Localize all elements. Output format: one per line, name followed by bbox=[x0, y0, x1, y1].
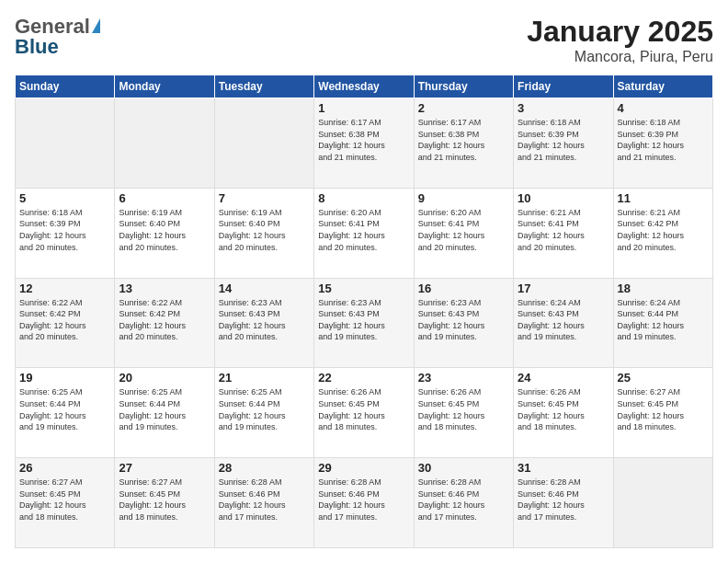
day-number: 13 bbox=[119, 282, 210, 295]
day-info: Sunrise: 6:28 AM Sunset: 6:46 PM Dayligh… bbox=[318, 477, 409, 523]
col-saturday: Saturday bbox=[613, 75, 712, 98]
day-number: 5 bbox=[19, 191, 110, 205]
day-number: 25 bbox=[618, 371, 709, 385]
table-row: 2Sunrise: 6:17 AM Sunset: 6:38 PM Daylig… bbox=[414, 98, 513, 189]
day-number: 30 bbox=[418, 461, 509, 475]
table-row: 29Sunrise: 6:28 AM Sunset: 6:46 PM Dayli… bbox=[314, 458, 414, 548]
calendar-week-row: 12Sunrise: 6:22 AM Sunset: 6:42 PM Dayli… bbox=[16, 278, 713, 368]
table-row: 23Sunrise: 6:26 AM Sunset: 6:45 PM Dayli… bbox=[414, 368, 513, 458]
day-number: 6 bbox=[119, 191, 210, 205]
day-info: Sunrise: 6:22 AM Sunset: 6:42 PM Dayligh… bbox=[19, 297, 110, 343]
day-number: 29 bbox=[318, 461, 409, 475]
table-row: 22Sunrise: 6:26 AM Sunset: 6:45 PM Dayli… bbox=[314, 368, 414, 458]
day-info: Sunrise: 6:23 AM Sunset: 6:43 PM Dayligh… bbox=[418, 297, 509, 343]
calendar-subtitle: Mancora, Piura, Peru bbox=[527, 49, 713, 65]
day-number: 23 bbox=[418, 371, 509, 385]
calendar-body: 1Sunrise: 6:17 AM Sunset: 6:38 PM Daylig… bbox=[16, 98, 713, 548]
day-number: 27 bbox=[119, 461, 210, 475]
day-info: Sunrise: 6:23 AM Sunset: 6:43 PM Dayligh… bbox=[219, 297, 310, 343]
table-row: 18Sunrise: 6:24 AM Sunset: 6:44 PM Dayli… bbox=[613, 278, 712, 368]
day-info: Sunrise: 6:24 AM Sunset: 6:44 PM Dayligh… bbox=[618, 297, 709, 343]
day-info: Sunrise: 6:18 AM Sunset: 6:39 PM Dayligh… bbox=[618, 117, 709, 163]
day-info: Sunrise: 6:25 AM Sunset: 6:44 PM Dayligh… bbox=[19, 386, 110, 432]
day-info: Sunrise: 6:25 AM Sunset: 6:44 PM Dayligh… bbox=[119, 386, 210, 432]
day-number: 15 bbox=[318, 282, 409, 295]
header: General Blue January 2025 Mancora, Piura… bbox=[15, 15, 713, 65]
title-block: January 2025 Mancora, Piura, Peru bbox=[527, 15, 713, 65]
day-number: 20 bbox=[119, 371, 210, 385]
day-number: 11 bbox=[618, 191, 709, 205]
calendar-week-row: 1Sunrise: 6:17 AM Sunset: 6:38 PM Daylig… bbox=[16, 98, 713, 189]
table-row: 17Sunrise: 6:24 AM Sunset: 6:43 PM Dayli… bbox=[514, 278, 613, 368]
day-number: 14 bbox=[219, 282, 310, 295]
table-row: 3Sunrise: 6:18 AM Sunset: 6:39 PM Daylig… bbox=[514, 98, 613, 189]
col-sunday: Sunday bbox=[16, 75, 115, 98]
table-row: 8Sunrise: 6:20 AM Sunset: 6:41 PM Daylig… bbox=[314, 188, 414, 278]
table-row: 19Sunrise: 6:25 AM Sunset: 6:44 PM Dayli… bbox=[16, 368, 115, 458]
table-row: 30Sunrise: 6:28 AM Sunset: 6:46 PM Dayli… bbox=[414, 458, 513, 548]
table-row: 26Sunrise: 6:27 AM Sunset: 6:45 PM Dayli… bbox=[16, 458, 115, 548]
table-row: 10Sunrise: 6:21 AM Sunset: 6:41 PM Dayli… bbox=[514, 188, 613, 278]
col-wednesday: Wednesday bbox=[314, 75, 414, 98]
table-row: 14Sunrise: 6:23 AM Sunset: 6:43 PM Dayli… bbox=[214, 278, 313, 368]
calendar-header-row: Sunday Monday Tuesday Wednesday Thursday… bbox=[16, 75, 713, 98]
calendar-title: January 2025 bbox=[527, 15, 713, 49]
day-info: Sunrise: 6:20 AM Sunset: 6:41 PM Dayligh… bbox=[418, 207, 509, 253]
calendar-week-row: 5Sunrise: 6:18 AM Sunset: 6:39 PM Daylig… bbox=[16, 188, 713, 278]
table-row: 4Sunrise: 6:18 AM Sunset: 6:39 PM Daylig… bbox=[613, 98, 712, 189]
table-row: 27Sunrise: 6:27 AM Sunset: 6:45 PM Dayli… bbox=[115, 458, 214, 548]
day-info: Sunrise: 6:18 AM Sunset: 6:39 PM Dayligh… bbox=[518, 117, 609, 163]
table-row: 6Sunrise: 6:19 AM Sunset: 6:40 PM Daylig… bbox=[115, 188, 214, 278]
day-number: 31 bbox=[518, 461, 609, 475]
day-info: Sunrise: 6:19 AM Sunset: 6:40 PM Dayligh… bbox=[119, 207, 210, 253]
table-row: 11Sunrise: 6:21 AM Sunset: 6:42 PM Dayli… bbox=[613, 188, 712, 278]
day-info: Sunrise: 6:20 AM Sunset: 6:41 PM Dayligh… bbox=[318, 207, 409, 253]
day-number: 18 bbox=[618, 282, 709, 295]
table-row: 16Sunrise: 6:23 AM Sunset: 6:43 PM Dayli… bbox=[414, 278, 513, 368]
day-info: Sunrise: 6:17 AM Sunset: 6:38 PM Dayligh… bbox=[418, 117, 509, 163]
day-info: Sunrise: 6:21 AM Sunset: 6:41 PM Dayligh… bbox=[518, 207, 609, 253]
table-row bbox=[214, 98, 313, 189]
logo-blue: Blue bbox=[15, 35, 59, 59]
day-number: 7 bbox=[219, 191, 310, 205]
table-row bbox=[16, 98, 115, 189]
col-tuesday: Tuesday bbox=[214, 75, 313, 98]
table-row bbox=[613, 458, 712, 548]
day-info: Sunrise: 6:26 AM Sunset: 6:45 PM Dayligh… bbox=[518, 386, 609, 432]
page: General Blue January 2025 Mancora, Piura… bbox=[0, 0, 728, 563]
day-number: 26 bbox=[19, 461, 110, 475]
day-number: 28 bbox=[219, 461, 310, 475]
day-number: 12 bbox=[19, 282, 110, 295]
day-info: Sunrise: 6:26 AM Sunset: 6:45 PM Dayligh… bbox=[318, 386, 409, 432]
table-row: 21Sunrise: 6:25 AM Sunset: 6:44 PM Dayli… bbox=[214, 368, 313, 458]
calendar-week-row: 19Sunrise: 6:25 AM Sunset: 6:44 PM Dayli… bbox=[16, 368, 713, 458]
day-number: 21 bbox=[219, 371, 310, 385]
table-row: 20Sunrise: 6:25 AM Sunset: 6:44 PM Dayli… bbox=[115, 368, 214, 458]
table-row: 5Sunrise: 6:18 AM Sunset: 6:39 PM Daylig… bbox=[16, 188, 115, 278]
calendar-table: Sunday Monday Tuesday Wednesday Thursday… bbox=[15, 75, 713, 548]
table-row: 15Sunrise: 6:23 AM Sunset: 6:43 PM Dayli… bbox=[314, 278, 414, 368]
day-number: 4 bbox=[618, 101, 709, 115]
day-info: Sunrise: 6:26 AM Sunset: 6:45 PM Dayligh… bbox=[418, 386, 509, 432]
col-friday: Friday bbox=[514, 75, 613, 98]
calendar-week-row: 26Sunrise: 6:27 AM Sunset: 6:45 PM Dayli… bbox=[16, 458, 713, 548]
day-info: Sunrise: 6:25 AM Sunset: 6:44 PM Dayligh… bbox=[219, 386, 310, 432]
table-row: 12Sunrise: 6:22 AM Sunset: 6:42 PM Dayli… bbox=[16, 278, 115, 368]
day-number: 8 bbox=[318, 191, 409, 205]
day-info: Sunrise: 6:28 AM Sunset: 6:46 PM Dayligh… bbox=[418, 477, 509, 523]
table-row: 13Sunrise: 6:22 AM Sunset: 6:42 PM Dayli… bbox=[115, 278, 214, 368]
table-row: 31Sunrise: 6:28 AM Sunset: 6:46 PM Dayli… bbox=[514, 458, 613, 548]
day-info: Sunrise: 6:28 AM Sunset: 6:46 PM Dayligh… bbox=[518, 477, 609, 523]
day-info: Sunrise: 6:23 AM Sunset: 6:43 PM Dayligh… bbox=[318, 297, 409, 343]
day-number: 22 bbox=[318, 371, 409, 385]
day-number: 16 bbox=[418, 282, 509, 295]
day-number: 3 bbox=[518, 101, 609, 115]
day-number: 24 bbox=[518, 371, 609, 385]
day-number: 19 bbox=[19, 371, 110, 385]
day-info: Sunrise: 6:19 AM Sunset: 6:40 PM Dayligh… bbox=[219, 207, 310, 253]
table-row bbox=[115, 98, 214, 189]
day-number: 9 bbox=[418, 191, 509, 205]
day-number: 17 bbox=[518, 282, 609, 295]
day-info: Sunrise: 6:22 AM Sunset: 6:42 PM Dayligh… bbox=[119, 297, 210, 343]
day-number: 2 bbox=[418, 101, 509, 115]
